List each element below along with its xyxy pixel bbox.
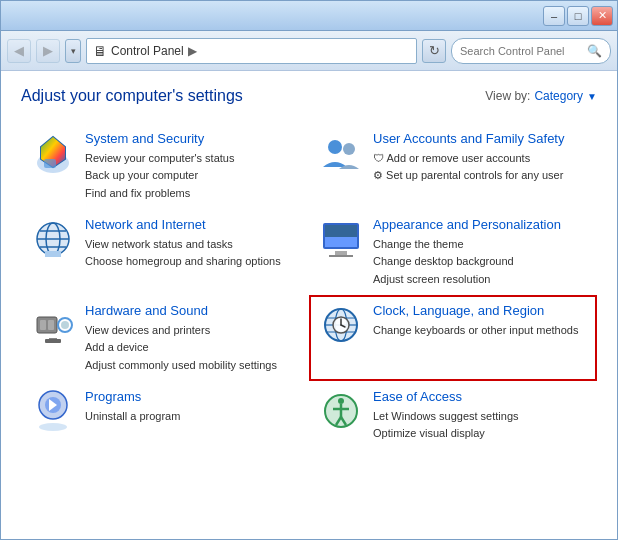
cat-link[interactable]: ⚙ Set up parental controls for any user xyxy=(373,168,587,183)
network-internet-title[interactable]: Network and Internet xyxy=(85,217,299,234)
appearance-text: Appearance and Personalization Change th… xyxy=(373,217,587,287)
svg-point-35 xyxy=(39,423,67,431)
svg-rect-20 xyxy=(48,320,54,330)
cat-link[interactable]: Optimize visual display xyxy=(373,426,587,441)
title-bar-buttons: – □ ✕ xyxy=(543,6,613,26)
svg-rect-17 xyxy=(329,255,353,257)
category-user-accounts: User Accounts and Family Safety 🛡 Add or… xyxy=(309,123,597,209)
ease-of-access-title[interactable]: Ease of Access xyxy=(373,389,587,406)
cat-link[interactable]: Adjust screen resolution xyxy=(373,272,587,287)
category-network-internet: Network and Internet View network status… xyxy=(21,209,309,295)
svg-point-4 xyxy=(328,140,342,154)
search-icon[interactable]: 🔍 xyxy=(587,44,602,58)
cat-link[interactable]: Adjust commonly used mobility settings xyxy=(85,358,299,373)
network-internet-links: View network status and tasks Choose hom… xyxy=(85,237,299,270)
category-system-security: System and Security Review your computer… xyxy=(21,123,309,209)
user-accounts-text: User Accounts and Family Safety 🛡 Add or… xyxy=(373,131,587,184)
cat-link[interactable]: Change keyboards or other input methods xyxy=(373,323,587,338)
view-by-value[interactable]: Category xyxy=(534,89,583,103)
search-box: 🔍 xyxy=(451,38,611,64)
cat-link[interactable]: Change desktop background xyxy=(373,254,587,269)
cat-link[interactable]: Uninstall a program xyxy=(85,409,299,424)
back-button[interactable]: ◀ xyxy=(7,39,31,63)
minimize-button[interactable]: – xyxy=(543,6,565,26)
user-accounts-icon xyxy=(319,131,363,175)
hardware-sound-links: View devices and printers Add a device A… xyxy=(85,323,299,373)
address-path[interactable]: 🖥 Control Panel ▶ xyxy=(86,38,417,64)
main-content: Adjust your computer's settings View by:… xyxy=(1,71,617,539)
cat-link[interactable]: Back up your computer xyxy=(85,168,299,183)
categories-grid: System and Security Review your computer… xyxy=(21,123,597,450)
svg-rect-15 xyxy=(325,225,357,237)
cat-link[interactable]: View devices and printers xyxy=(85,323,299,338)
svg-rect-24 xyxy=(45,339,61,343)
svg-point-41 xyxy=(338,398,344,404)
ease-of-access-text: Ease of Access Let Windows suggest setti… xyxy=(373,389,587,442)
clock-language-links: Change keyboards or other input methods xyxy=(373,323,587,338)
programs-links: Uninstall a program xyxy=(85,409,299,424)
category-appearance: Appearance and Personalization Change th… xyxy=(309,209,597,295)
cat-link[interactable]: Find and fix problems xyxy=(85,186,299,201)
address-bar: ◀ ▶ ▾ 🖥 Control Panel ▶ ↻ 🔍 xyxy=(1,31,617,71)
path-arrow: ▶ xyxy=(188,44,197,58)
cat-link[interactable]: Add a device xyxy=(85,340,299,355)
svg-rect-12 xyxy=(45,251,61,257)
svg-rect-16 xyxy=(335,251,347,255)
category-programs: Programs Uninstall a program xyxy=(21,381,309,450)
cat-link[interactable]: 🛡 Add or remove user accounts xyxy=(373,151,587,166)
appearance-title[interactable]: Appearance and Personalization xyxy=(373,217,587,234)
user-accounts-title[interactable]: User Accounts and Family Safety xyxy=(373,131,587,148)
category-hardware-sound: Hardware and Sound View devices and prin… xyxy=(21,295,309,381)
appearance-links: Change the theme Change desktop backgrou… xyxy=(373,237,587,287)
cat-link[interactable]: Change the theme xyxy=(373,237,587,252)
view-by-dropdown-arrow[interactable]: ▼ xyxy=(587,91,597,102)
programs-icon xyxy=(31,389,75,433)
svg-point-5 xyxy=(343,143,355,155)
hardware-sound-text: Hardware and Sound View devices and prin… xyxy=(85,303,299,373)
clock-language-icon xyxy=(319,303,363,347)
cat-link[interactable]: Choose homegroup and sharing options xyxy=(85,254,299,269)
system-security-text: System and Security Review your computer… xyxy=(85,131,299,201)
programs-title[interactable]: Programs xyxy=(85,389,299,406)
system-security-title[interactable]: System and Security xyxy=(85,131,299,148)
path-text: Control Panel xyxy=(111,44,184,58)
close-button[interactable]: ✕ xyxy=(591,6,613,26)
view-by: View by: Category ▼ xyxy=(485,89,597,103)
ease-of-access-icon xyxy=(319,389,363,433)
programs-text: Programs Uninstall a program xyxy=(85,389,299,424)
system-security-links: Review your computer's status Back up yo… xyxy=(85,151,299,201)
header-row: Adjust your computer's settings View by:… xyxy=(21,87,597,105)
category-clock-language: Clock, Language, and Region Change keybo… xyxy=(309,295,597,381)
ease-of-access-links: Let Windows suggest settings Optimize vi… xyxy=(373,409,587,442)
network-internet-icon xyxy=(31,217,75,261)
svg-point-22 xyxy=(61,321,69,329)
refresh-button[interactable]: ↻ xyxy=(422,39,446,63)
search-input[interactable] xyxy=(460,45,583,57)
path-icon: 🖥 xyxy=(93,43,107,59)
view-by-label: View by: xyxy=(485,89,530,103)
user-accounts-links: 🛡 Add or remove user accounts ⚙ Set up p… xyxy=(373,151,587,184)
cat-link[interactable]: Review your computer's status xyxy=(85,151,299,166)
category-ease-of-access: Ease of Access Let Windows suggest setti… xyxy=(309,381,597,450)
cat-link[interactable]: Let Windows suggest settings xyxy=(373,409,587,424)
clock-language-title[interactable]: Clock, Language, and Region xyxy=(373,303,587,320)
forward-button[interactable]: ▶ xyxy=(36,39,60,63)
network-internet-text: Network and Internet View network status… xyxy=(85,217,299,270)
hardware-sound-icon xyxy=(31,303,75,347)
hardware-sound-title[interactable]: Hardware and Sound xyxy=(85,303,299,320)
maximize-button[interactable]: □ xyxy=(567,6,589,26)
window-frame: – □ ✕ ◀ ▶ ▾ 🖥 Control Panel ▶ ↻ 🔍 Adjust… xyxy=(0,0,618,540)
page-title: Adjust your computer's settings xyxy=(21,87,243,105)
title-bar: – □ ✕ xyxy=(1,1,617,31)
svg-rect-19 xyxy=(40,320,46,330)
svg-rect-3 xyxy=(44,159,56,168)
appearance-icon xyxy=(319,217,363,261)
cat-link[interactable]: View network status and tasks xyxy=(85,237,299,252)
nav-dropdown[interactable]: ▾ xyxy=(65,39,81,63)
system-security-icon xyxy=(31,131,75,175)
clock-language-text: Clock, Language, and Region Change keybo… xyxy=(373,303,587,338)
